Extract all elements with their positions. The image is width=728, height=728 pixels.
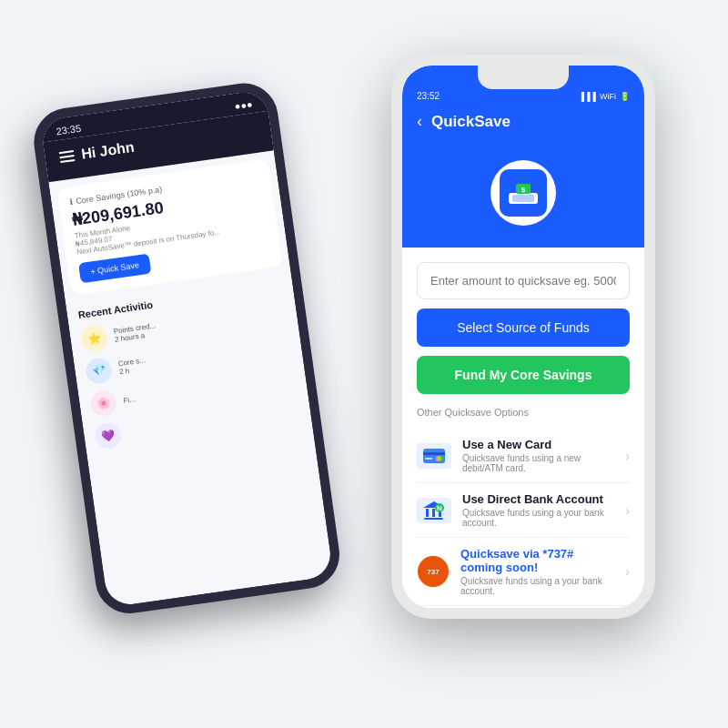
svg-rect-11: [432, 509, 435, 517]
option-bank-text: Use Direct Bank Account Quicksave funds …: [462, 492, 614, 528]
amount-input[interactable]: [417, 262, 630, 299]
front-time: 23:52: [417, 91, 440, 101]
svg-rect-13: [424, 518, 443, 520]
chevron-right-icon-2: ›: [625, 503, 630, 518]
svg-rect-5: [423, 452, 445, 455]
quicksave-icon: $: [507, 180, 540, 206]
svg-rect-1: [512, 195, 534, 202]
svg-text:N: N: [437, 504, 442, 512]
phone-back: 23:35 ●●● Hi John ℹ Core Savings (10% p.…: [30, 79, 344, 618]
option-new-card-desc: Quicksave funds using a new debit/ATM ca…: [462, 453, 614, 473]
svg-rect-10: [426, 509, 429, 517]
option-bank-desc: Quicksave funds using a your bank accoun…: [462, 508, 614, 528]
svg-text:$: $: [521, 186, 526, 194]
activity-icon-core: 💎: [85, 357, 114, 386]
activity-icon-4: 💜: [94, 421, 123, 450]
hero-section: $: [402, 146, 644, 248]
svg-point-8: [436, 456, 441, 461]
options-label: Other Quicksave Options: [417, 407, 630, 418]
option-ussd-desc: Quicksave funds using a your bank accoun…: [460, 576, 614, 596]
back-greeting: Hi John: [80, 139, 136, 163]
option-new-card-title: Use a New Card: [462, 438, 614, 451]
front-content: Select Source of Funds Fund My Core Savi…: [402, 248, 644, 608]
option-bank-account[interactable]: N Use Direct Bank Account Quicksave fund…: [417, 483, 630, 538]
hero-icon-circle: $: [490, 160, 556, 226]
front-page-title: QuickSave: [431, 113, 511, 131]
phone-front: 23:52 ▐▐▐ WiFi 🔋 ‹ QuickSave: [391, 55, 655, 619]
back-time: 23:35: [56, 123, 82, 137]
option-ussd[interactable]: 737 Quicksave via *737# coming soon! Qui…: [417, 538, 630, 606]
option-new-card[interactable]: Use a New Card Quicksave funds using a n…: [417, 429, 630, 483]
back-status-icons: ●●●: [234, 98, 253, 112]
back-arrow-icon[interactable]: ‹: [417, 112, 422, 131]
activity-icon-flex: 🌸: [89, 389, 118, 418]
chevron-right-icon-1: ›: [625, 449, 630, 463]
activity-icon-star: ⭐: [80, 324, 109, 353]
option-ussd-text: Quicksave via *737# coming soon! Quicksa…: [460, 547, 614, 596]
front-status-icons: ▐▐▐ WiFi 🔋: [579, 92, 630, 101]
quick-save-button[interactable]: + Quick Save: [78, 254, 151, 284]
option-ussd-title: Quicksave via *737# coming soon!: [460, 547, 614, 574]
card-icon: [417, 443, 451, 469]
bank-building-icon: N: [422, 500, 446, 521]
hamburger-icon[interactable]: [59, 150, 76, 163]
ussd-icon: 737: [417, 555, 450, 588]
back-savings-card: ℹ Core Savings (10% p.a) ₦209,691.80 Thi…: [56, 158, 282, 295]
activity-text-1: Points cred... 2 hours a: [113, 321, 157, 343]
option-new-card-text: Use a New Card Quicksave funds using a n…: [462, 438, 614, 473]
front-header: ‹ QuickSave: [402, 106, 644, 146]
credit-card-icon: [422, 448, 446, 464]
option-bank-title: Use Direct Bank Account: [462, 492, 614, 506]
hero-icon-bg: $: [500, 169, 547, 217]
back-activities: Recent Activitio ⭐ Points cred... 2 hour…: [66, 272, 314, 466]
notch: [478, 66, 569, 89]
bank-icon: N: [417, 498, 451, 523]
fund-core-savings-button[interactable]: Fund My Core Savings: [417, 356, 630, 394]
activity-text-3: Fi...: [123, 395, 136, 405]
svg-rect-6: [425, 458, 432, 460]
scene: 23:35 ●●● Hi John ℹ Core Savings (10% p.…: [55, 36, 673, 692]
activity-text-2: Core s... 2 h: [117, 356, 147, 376]
chevron-right-icon-3: ›: [625, 564, 630, 579]
select-source-button[interactable]: Select Source of Funds: [417, 308, 630, 347]
